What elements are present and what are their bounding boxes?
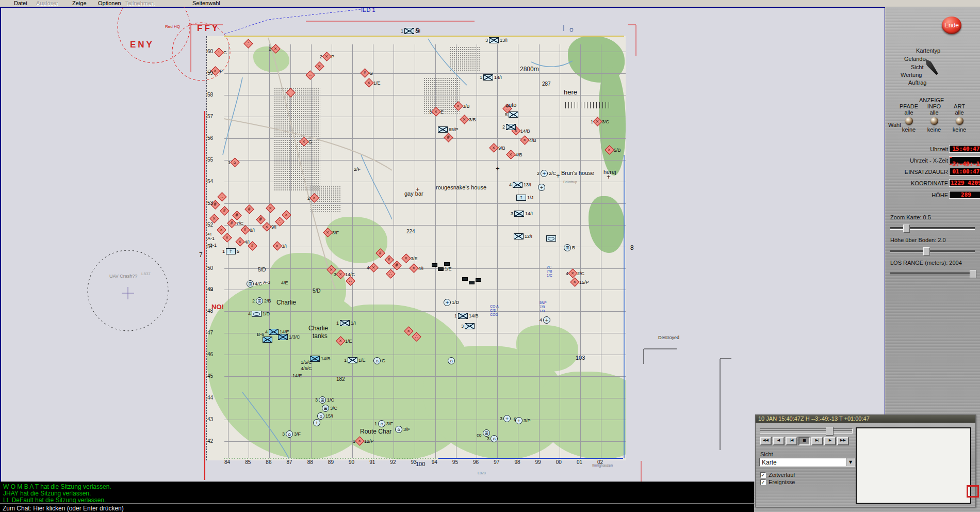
grid-line-vertical — [477, 44, 477, 458]
menu-item-optionen[interactable]: Optionen — [98, 0, 121, 6]
grid-line-vertical — [415, 44, 415, 458]
slider-label: Höhe über Boden: 2.0 — [890, 237, 946, 243]
slider-thumb[interactable] — [923, 247, 930, 255]
checkbox-label: Ereignisse — [769, 479, 795, 485]
grid-line-horizontal — [224, 311, 626, 312]
grid-line-vertical — [373, 44, 373, 458]
knob-top-label: alle — [947, 109, 972, 116]
menu-item-seitenwahl[interactable]: Seitenwahl — [192, 0, 220, 6]
grid-line-horizontal — [224, 268, 626, 269]
slider-track[interactable] — [890, 250, 975, 252]
play-button[interactable]: ▶ — [824, 437, 836, 445]
grid-line-vertical — [435, 44, 436, 458]
rotary-knob[interactable] — [930, 117, 938, 125]
stop-button[interactable]: ■ — [798, 437, 810, 445]
chat-message: Lt_DeFault hat die Sitzung verlassen. — [3, 497, 106, 503]
readout-value: --3:-49:-13 — [949, 156, 980, 164]
forest-patch — [537, 372, 626, 459]
view-select[interactable]: Karte ▼ — [759, 458, 855, 467]
grid-line-vertical — [518, 44, 518, 458]
knob-top-label: alle — [922, 109, 946, 116]
rotary-knob[interactable] — [956, 117, 963, 125]
grid-line-horizontal — [224, 290, 626, 290]
grid-line-vertical — [580, 44, 581, 458]
slider-track[interactable] — [890, 227, 975, 230]
events-listbox[interactable] — [856, 427, 971, 504]
chevron-down-icon[interactable]: ▼ — [846, 458, 855, 466]
kartentyp-option-auftrag[interactable]: Auftrag — [908, 79, 926, 86]
readout-row: KOORDINATE1229 4209 — [885, 179, 980, 187]
knob-top-label: alle — [896, 109, 921, 116]
grid-line-vertical — [560, 44, 560, 458]
chat-log[interactable]: W O M B A T hat die Sitzung verlassen.JH… — [0, 482, 754, 503]
menu-item-datei[interactable]: Datei — [14, 0, 27, 6]
urban-area — [274, 88, 320, 191]
readout-label: HÖHE — [932, 192, 948, 198]
readout-row: EINSATZDAUER01:00:47 — [885, 168, 980, 176]
kartentyp-option-sicht[interactable]: Sicht — [911, 64, 923, 70]
rotary-knob[interactable] — [905, 117, 913, 125]
topo-map[interactable] — [206, 36, 626, 460]
knob-name: PFADE — [896, 103, 921, 109]
readout-value: 15:40:47 — [949, 145, 980, 153]
grid-line-horizontal — [224, 52, 626, 52]
readout-label: Uhrzeit — [930, 146, 948, 152]
readout-label: EINSATZDAUER — [905, 169, 948, 175]
grid-line-horizontal — [224, 182, 626, 182]
fast-forward-button[interactable]: ▶▶ — [837, 437, 849, 445]
step-forward-button[interactable]: ▶| — [811, 437, 823, 445]
hatch-area — [565, 102, 609, 108]
checkbox-label: Zeitverlauf — [769, 472, 795, 478]
grid-line-vertical — [332, 44, 332, 458]
grid-line-horizontal — [224, 376, 626, 377]
anzeige-knob-pfade: PFADEallekeine — [896, 103, 921, 133]
grid-line-vertical — [601, 44, 601, 458]
status-bar[interactable]: Zum Chat: Hier klicken (oder Enter drück… — [0, 503, 754, 512]
red-corner-marker — [967, 485, 979, 498]
readout-value: 289 — [949, 191, 980, 199]
knob-bottom-label: keine — [947, 126, 972, 133]
timeline-slider[interactable] — [760, 428, 853, 434]
replay-window: 10 JAN 15:40:47Z H --3:-49:-13 T +01:00:… — [755, 414, 976, 507]
checkbox-box[interactable]: ✓ — [760, 479, 766, 485]
readout-row: Uhrzeit - X-Zeit--3:-49:-13 — [885, 156, 980, 165]
checkbox-ereignisse[interactable]: ✓Ereignisse — [760, 479, 795, 485]
slider-thumb[interactable] — [970, 270, 976, 278]
anzeige-knob-info: INFOallekeine — [922, 103, 946, 133]
grid-line-horizontal — [224, 160, 626, 161]
readout-label: Uhrzeit - X-Zeit — [910, 157, 948, 164]
grid-line-vertical — [497, 44, 498, 458]
menu-bar: DateiAuslöserZeigeOptionenTeilnehmer:Sei… — [0, 0, 980, 7]
knob-bottom-label: keine — [896, 126, 921, 133]
sicht-label: Sicht — [760, 451, 773, 457]
rewind-button[interactable]: ◀◀ — [760, 437, 772, 445]
kartentyp-option-wertung[interactable]: Wertung — [901, 72, 922, 78]
grid-line-horizontal — [224, 225, 626, 226]
grid-line-horizontal — [224, 398, 626, 398]
slider-thumb[interactable] — [903, 225, 910, 233]
kartentyp-option-gelände[interactable]: Gelände — [904, 56, 926, 62]
ende-button[interactable]: Ende — [942, 17, 961, 34]
kartentyp-knob-pointer[interactable] — [923, 57, 939, 76]
grid-line-horizontal — [224, 138, 626, 139]
chat-message: JHAY hat die Sitzung verlassen. — [3, 490, 91, 497]
menu-item-teilnehmer: Teilnehmer: — [125, 0, 155, 6]
reverse-play-button[interactable]: ◀ — [773, 437, 785, 445]
urban-area — [310, 186, 341, 212]
checkbox-box[interactable]: ✓ — [760, 472, 766, 478]
forest-patch — [325, 217, 387, 263]
anzeige-knob-art: ARTallekeine — [947, 103, 972, 133]
step-back-button[interactable]: |◀ — [786, 437, 797, 445]
replay-title-bar[interactable]: 10 JAN 15:40:47Z H --3:-49:-13 T +01:00:… — [756, 415, 975, 423]
readout-row: HÖHE289 — [885, 191, 980, 199]
grid-line-vertical — [228, 44, 228, 458]
chat-prompt[interactable]: Zum Chat: Hier klicken (oder Enter drück… — [3, 505, 124, 512]
grid-line-horizontal — [224, 117, 626, 117]
menu-item-zeige[interactable]: Zeige — [72, 0, 87, 6]
timeline-slider-thumb[interactable] — [826, 427, 834, 436]
slider-label: Zoom Karte: 0.5 — [890, 214, 931, 220]
grid-line-horizontal — [224, 247, 626, 247]
slider-track[interactable] — [890, 273, 975, 275]
checkbox-zeitverlauf[interactable]: ✓Zeitverlauf — [760, 472, 795, 478]
readout-label: KOORDINATE — [911, 180, 948, 186]
